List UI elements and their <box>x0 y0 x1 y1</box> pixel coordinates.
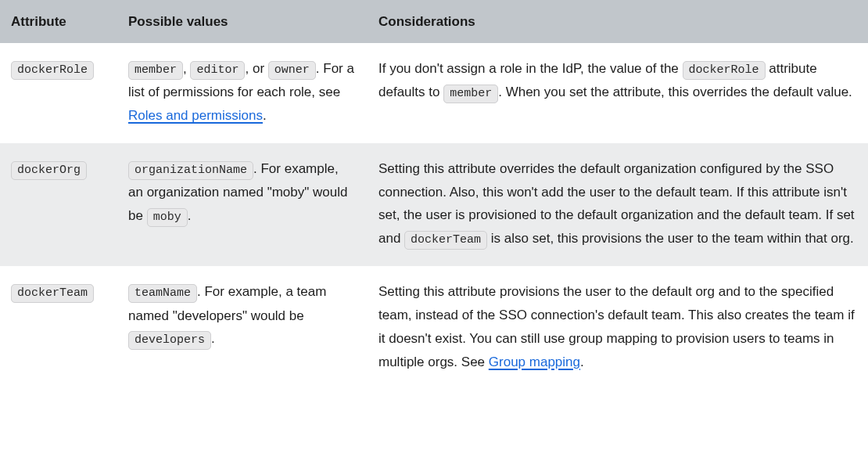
header-possible-values: Possible values <box>117 0 368 43</box>
attributes-table: Attribute Possible values Considerations… <box>0 0 868 389</box>
header-considerations: Considerations <box>368 0 868 43</box>
value-code: owner <box>268 61 316 80</box>
text: . <box>211 331 215 346</box>
cell-possible-values: teamName. For example, a team named "dev… <box>117 266 368 389</box>
table-header-row: Attribute Possible values Considerations <box>0 0 868 43</box>
group-mapping-link[interactable]: Group mapping <box>489 355 580 369</box>
attr-code: dockerOrg <box>11 161 87 180</box>
value-code: dockerRole <box>683 61 766 80</box>
text: . When you set the attribute, this overr… <box>498 85 852 99</box>
cell-considerations: If you don't assign a role in the IdP, t… <box>368 43 868 143</box>
value-code: moby <box>147 208 188 227</box>
table-row: dockerTeam teamName. For example, a team… <box>0 266 868 389</box>
cell-considerations: Setting this attribute overrides the def… <box>368 143 868 267</box>
value-code: member <box>128 61 183 80</box>
cell-attribute: dockerTeam <box>0 266 117 389</box>
value-code: developers <box>128 331 211 350</box>
text: , or <box>245 61 267 76</box>
text: . <box>188 208 192 223</box>
cell-possible-values: organizationName. For example, an organi… <box>117 143 368 267</box>
roles-permissions-link[interactable]: Roles and permissions <box>128 108 263 123</box>
text: If you don't assign a role in the IdP, t… <box>378 61 683 76</box>
value-code: teamName <box>128 284 197 303</box>
value-code: member <box>443 85 498 103</box>
attr-code: dockerTeam <box>11 284 94 303</box>
value-code: organizationName <box>128 161 253 180</box>
text: is also set, this provisions the user to… <box>487 231 854 246</box>
header-attribute: Attribute <box>0 0 117 43</box>
table-row: dockerRole member, editor, or owner. For… <box>0 43 868 143</box>
text: . <box>580 355 584 369</box>
cell-considerations: Setting this attribute provisions the us… <box>368 266 868 389</box>
cell-attribute: dockerRole <box>0 43 117 143</box>
text: Setting this attribute provisions the us… <box>378 284 855 369</box>
value-code: dockerTeam <box>404 231 487 250</box>
attr-code: dockerRole <box>11 61 94 80</box>
cell-possible-values: member, editor, or owner. For a list of … <box>117 43 368 143</box>
table-row: dockerOrg organizationName. For example,… <box>0 143 868 267</box>
value-code: editor <box>190 61 245 80</box>
cell-attribute: dockerOrg <box>0 143 117 267</box>
text: . <box>263 108 267 123</box>
